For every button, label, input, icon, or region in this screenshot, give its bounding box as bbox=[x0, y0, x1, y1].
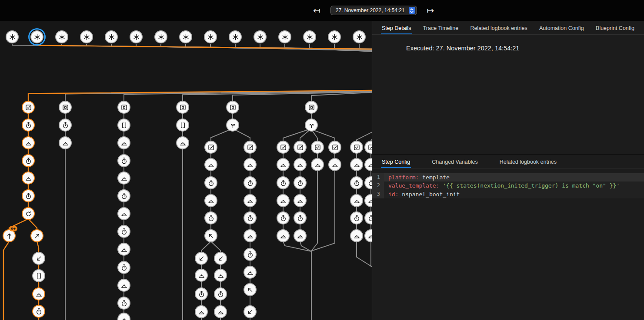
trigger-node[interactable] bbox=[229, 30, 242, 43]
timer-node[interactable] bbox=[350, 176, 363, 189]
arrow-top-right-node[interactable] bbox=[30, 229, 43, 242]
code-line-3[interactable]: 3id: nspanel_boot_init bbox=[372, 190, 644, 198]
service-node[interactable] bbox=[244, 229, 257, 242]
service-node[interactable] bbox=[214, 269, 227, 282]
condition-node[interactable] bbox=[311, 141, 324, 154]
timer-node[interactable] bbox=[350, 211, 363, 224]
arrow-top-left-node[interactable] bbox=[244, 283, 257, 296]
brackets-node[interactable] bbox=[176, 119, 189, 132]
timer-node[interactable] bbox=[32, 305, 45, 318]
service-node[interactable] bbox=[311, 158, 324, 171]
timer-node[interactable] bbox=[204, 211, 217, 224]
square-node[interactable] bbox=[117, 101, 130, 114]
timer-node[interactable] bbox=[195, 287, 208, 300]
choose-node[interactable] bbox=[226, 119, 239, 132]
timer-node[interactable] bbox=[294, 211, 307, 224]
previous-run-button[interactable]: ↤ bbox=[311, 5, 322, 16]
tab-related-logbook-entries[interactable]: Related logbook entries bbox=[499, 155, 557, 168]
service-node[interactable] bbox=[294, 229, 307, 242]
timer-node[interactable] bbox=[277, 211, 290, 224]
arrow-top-left-node[interactable] bbox=[204, 229, 217, 242]
arrow-bottom-left-node[interactable] bbox=[32, 252, 45, 265]
service-node[interactable] bbox=[244, 266, 257, 279]
service-node[interactable] bbox=[350, 229, 363, 242]
trigger-node[interactable] bbox=[105, 30, 118, 43]
trigger-node[interactable] bbox=[204, 30, 217, 43]
next-run-button[interactable]: ↦ bbox=[425, 5, 436, 16]
timer-node[interactable] bbox=[22, 154, 35, 167]
service-node[interactable] bbox=[176, 136, 189, 149]
timer-node[interactable] bbox=[117, 225, 130, 238]
condition-node[interactable] bbox=[328, 141, 341, 154]
service-node[interactable] bbox=[277, 158, 290, 171]
service-node[interactable] bbox=[294, 194, 307, 207]
service-node[interactable] bbox=[117, 172, 130, 185]
timer-node[interactable] bbox=[277, 176, 290, 189]
timer-node[interactable] bbox=[117, 261, 130, 274]
timer-node[interactable] bbox=[117, 297, 130, 310]
service-node[interactable] bbox=[195, 305, 208, 318]
tab-changed-variables[interactable]: Changed Variables bbox=[431, 155, 478, 168]
run-select[interactable]: 27. November 2022, 14:54:21 bbox=[330, 6, 417, 15]
trigger-node[interactable] bbox=[30, 30, 43, 43]
trigger-node[interactable] bbox=[154, 30, 167, 43]
square-node[interactable] bbox=[226, 101, 239, 114]
timer-node[interactable] bbox=[59, 119, 72, 132]
trigger-node[interactable] bbox=[254, 30, 267, 43]
service-node[interactable] bbox=[204, 194, 217, 207]
service-node[interactable] bbox=[117, 279, 130, 292]
service-node[interactable] bbox=[117, 136, 130, 149]
timer-node[interactable] bbox=[294, 176, 307, 189]
condition-node[interactable] bbox=[22, 101, 35, 114]
service-node[interactable] bbox=[244, 194, 257, 207]
trigger-node[interactable] bbox=[179, 30, 192, 43]
brackets-node[interactable] bbox=[32, 269, 45, 282]
arrow-bottom-left-node[interactable] bbox=[195, 252, 208, 265]
service-node[interactable] bbox=[294, 158, 307, 171]
arrow-up-node[interactable]: 9+ bbox=[3, 229, 16, 242]
trigger-node[interactable] bbox=[55, 30, 68, 43]
condition-node[interactable] bbox=[350, 141, 363, 154]
trigger-node[interactable] bbox=[328, 30, 341, 43]
arrow-bottom-left-node[interactable] bbox=[244, 305, 257, 318]
timer-node[interactable] bbox=[204, 176, 217, 189]
service-node[interactable] bbox=[350, 158, 363, 171]
service-node[interactable] bbox=[277, 229, 290, 242]
code-line-2[interactable]: 2value_template: '{{ states(nextion_init… bbox=[372, 181, 644, 190]
square-node[interactable] bbox=[305, 101, 318, 114]
service-node[interactable] bbox=[22, 172, 35, 185]
trigger-node[interactable] bbox=[278, 30, 291, 43]
tab-automation-config[interactable]: Automation Config bbox=[538, 21, 585, 34]
square-node[interactable] bbox=[59, 101, 72, 114]
service-node[interactable] bbox=[117, 243, 130, 256]
trigger-node[interactable] bbox=[353, 30, 366, 43]
trigger-node[interactable] bbox=[6, 30, 19, 43]
service-node[interactable] bbox=[22, 136, 35, 149]
timer-node[interactable] bbox=[244, 248, 257, 261]
service-node[interactable] bbox=[32, 287, 45, 300]
tab-step-details[interactable]: Step Details bbox=[381, 21, 412, 34]
timer-node[interactable] bbox=[244, 176, 257, 189]
service-node[interactable] bbox=[328, 158, 341, 171]
trigger-node[interactable] bbox=[130, 30, 143, 43]
service-node[interactable] bbox=[214, 305, 227, 318]
trigger-node[interactable] bbox=[303, 30, 316, 43]
timer-node[interactable] bbox=[117, 154, 130, 167]
timer-node[interactable] bbox=[244, 211, 257, 224]
service-node[interactable] bbox=[244, 158, 257, 171]
repeat-node[interactable] bbox=[22, 207, 35, 220]
tab-blueprint-config[interactable]: Blueprint Config bbox=[595, 21, 635, 34]
tab-step-config[interactable]: Step Config bbox=[381, 155, 411, 168]
timer-node[interactable] bbox=[214, 287, 227, 300]
service-node[interactable] bbox=[204, 158, 217, 171]
tab-trace-timeline[interactable]: Trace Timeline bbox=[422, 21, 460, 34]
condition-node[interactable] bbox=[244, 141, 257, 154]
code-line-1[interactable]: 1platform: template bbox=[372, 173, 644, 181]
brackets-node[interactable] bbox=[117, 119, 130, 132]
trigger-node[interactable] bbox=[80, 30, 93, 43]
service-node[interactable] bbox=[277, 194, 290, 207]
square-node[interactable] bbox=[176, 101, 189, 114]
service-node[interactable] bbox=[350, 194, 363, 207]
service-node[interactable] bbox=[59, 136, 72, 149]
arrow-bottom-left-node[interactable] bbox=[214, 252, 227, 265]
